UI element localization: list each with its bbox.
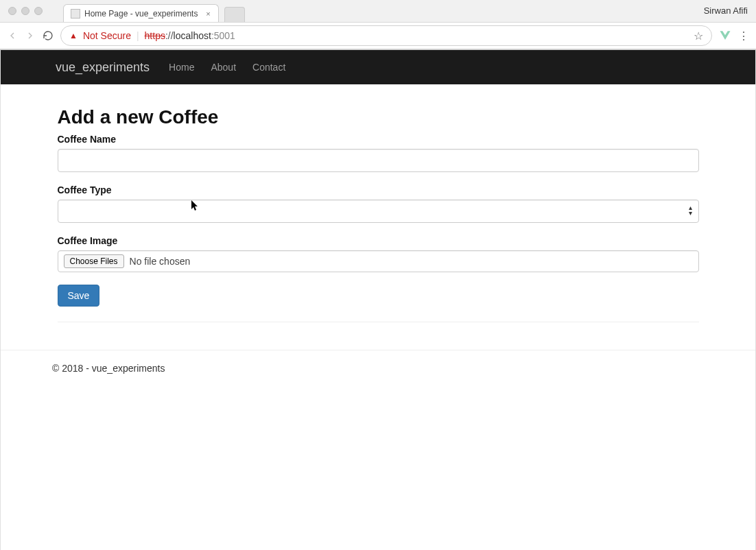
security-status: Not Secure (83, 30, 131, 41)
close-tab-icon[interactable]: × (204, 10, 211, 17)
coffee-name-input[interactable] (58, 149, 699, 172)
warning-icon: ▲ (69, 31, 78, 40)
back-button[interactable] (7, 30, 18, 41)
forward-button[interactable] (25, 30, 36, 41)
actions: Save (58, 285, 699, 307)
browser-tab[interactable]: Home Page - vue_experiments × (63, 4, 219, 22)
page-content: vue_experiments Home About Contact Add a… (0, 50, 756, 550)
arrow-right-icon (25, 30, 36, 41)
main-container: Add a new Coffee Coffee Name Coffee Type… (51, 84, 706, 322)
favicon-icon (71, 9, 80, 19)
footer-text: © 2018 - vue_experiments (45, 363, 711, 394)
reload-icon (43, 30, 54, 41)
vue-devtools-icon[interactable] (719, 29, 731, 42)
field-coffee-name: Coffee Name (58, 134, 699, 172)
navbar: vue_experiments Home About Contact (1, 50, 755, 84)
url-port: :5001 (211, 30, 235, 41)
field-coffee-image: Coffee Image Choose Files No file chosen (58, 235, 699, 272)
footer-divider (1, 350, 755, 350)
coffee-type-label: Coffee Type (58, 184, 699, 195)
file-status-text: No file chosen (130, 256, 191, 267)
tab-title: Home Page - vue_experiments (84, 9, 198, 19)
reload-button[interactable] (43, 30, 54, 41)
page-title: Add a new Coffee (58, 106, 699, 128)
kebab-menu-icon[interactable]: ⋮ (738, 29, 749, 43)
window-controls (5, 7, 43, 15)
field-coffee-type: Coffee Type ▴▾ (58, 184, 699, 223)
nav-link-about[interactable]: About (211, 62, 236, 73)
file-input-wrapper: Choose Files No file chosen (58, 250, 699, 272)
navbar-brand[interactable]: vue_experiments (56, 60, 150, 75)
browser-chrome: Home Page - vue_experiments × Sirwan Afi… (0, 0, 756, 50)
coffee-type-select[interactable] (58, 200, 699, 223)
tab-bar: Home Page - vue_experiments × Sirwan Afi… (0, 0, 756, 22)
url-text: https://localhost:5001 (145, 30, 235, 41)
save-button[interactable]: Save (58, 285, 100, 307)
coffee-image-label: Coffee Image (58, 235, 699, 246)
toolbar: ▲ Not Secure | https://localhost:5001 ☆ … (0, 22, 756, 49)
arrow-left-icon (7, 30, 18, 41)
close-window-button[interactable] (8, 7, 16, 15)
form-divider (58, 322, 699, 322)
url-host: localhost (174, 30, 211, 41)
choose-files-button[interactable]: Choose Files (64, 254, 124, 268)
url-protocol: https (145, 30, 165, 41)
profile-label[interactable]: Sirwan Afifi (704, 5, 748, 16)
maximize-window-button[interactable] (34, 7, 43, 15)
coffee-name-label: Coffee Name (58, 134, 699, 145)
bookmark-star-icon[interactable]: ☆ (694, 29, 703, 43)
divider: | (137, 30, 139, 41)
nav-link-home[interactable]: Home (169, 62, 194, 73)
new-tab-button[interactable] (224, 7, 245, 22)
nav-link-contact[interactable]: Contact (252, 62, 285, 73)
minimize-window-button[interactable] (21, 7, 29, 15)
address-bar[interactable]: ▲ Not Secure | https://localhost:5001 ☆ (60, 25, 712, 46)
